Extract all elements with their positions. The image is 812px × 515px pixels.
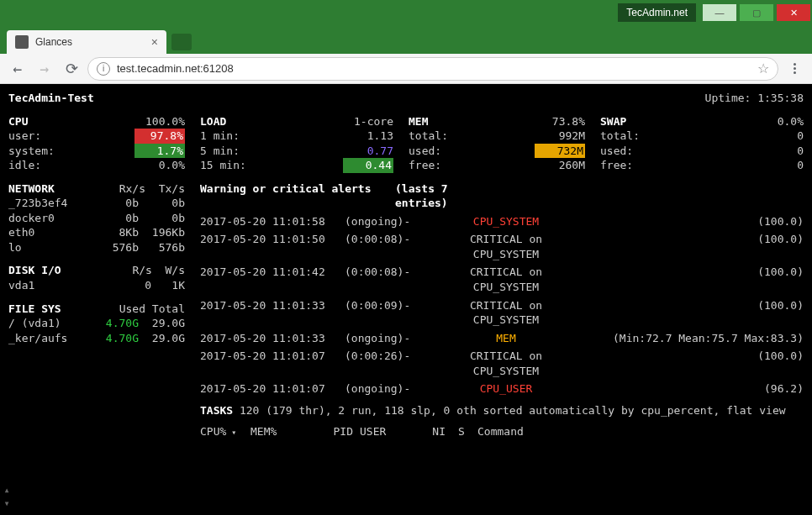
col-ni[interactable]: NI [419,424,452,439]
process-header: CPU% MEM% PID USER NI S Command [200,424,804,439]
browser-menu-button[interactable] [783,63,805,74]
mem-pct: 73.8% [552,114,585,129]
col-mem[interactable]: MEM% [250,424,301,439]
alerts-title: Warning or critical alerts [200,181,385,211]
col-cpu[interactable]: CPU% [200,424,250,439]
window-brand: TecAdmin.net [618,3,696,22]
stat-row: total:992M [409,129,585,144]
mem-panel: MEM73.8% total:992Mused:732Mfree:260M [409,114,585,173]
browser-tab[interactable]: Glances × [7,30,166,54]
stat-row: used:732M [409,144,585,159]
alert-row: 2017-05-20 11:01:50(0:00:08)-CRITICAL on… [200,232,804,261]
stat-row: free:260M [409,158,585,173]
col-pid[interactable]: PID [301,424,360,439]
tab-strip: Glances × [0,25,812,54]
diskio-header: DISK I/OR/s W/s [8,263,185,278]
load-core: 1-core [354,114,393,129]
alert-row: 2017-05-20 11:01:58(ongoing)-CPU_SYSTEM(… [200,214,804,229]
reload-button[interactable]: ⟳ [61,58,82,80]
table-row: / (vda1)4.70G29.0G [8,316,185,331]
col-command[interactable]: Command [477,424,530,439]
alerts-panel: Warning or critical alerts (lasts 7 entr… [200,181,804,439]
stat-row: 5 min:0.77 [200,144,393,159]
swap-panel: SWAP0.0% total:0used:0free:0 [600,114,804,173]
stat-row: system:1.7% [8,144,185,159]
table-row: docker00b0b [8,211,185,226]
titlebar: TecAdmin.net — ▢ ✕ [0,0,812,25]
stat-row: used:0 [600,144,804,159]
stat-row: 15 min:0.44 [200,158,393,173]
hostname: TecAdmin-Test [8,91,94,106]
table-row: lo576b576b [8,240,185,255]
favicon-icon [15,35,29,49]
url-text: test.tecadmin.net:61208 [117,62,234,75]
table-row: _723b3ef40b0b [8,196,185,211]
mem-title: MEM [409,114,428,129]
alert-row: 2017-05-20 11:01:33(0:00:09)-CRITICAL on… [200,298,804,328]
network-header: NETWORKRx/s Tx/s [8,181,185,197]
table-row: _ker/aufs4.70G29.0G [8,331,185,346]
tasks-line: TASKS 120 (179 thr), 2 run, 118 slp, 0 o… [200,403,804,418]
fs-header: FILE SYSUsed Total [8,302,185,317]
stat-row: total:0 [600,129,804,144]
maximize-button[interactable]: ▢ [740,4,773,21]
bookmark-star-icon[interactable]: ☆ [757,60,769,76]
tab-close-icon[interactable]: × [151,35,158,49]
stat-row: free:0 [600,158,804,173]
alert-row: 2017-05-20 11:01:07(0:00:26)-CRITICAL on… [200,349,804,378]
alerts-count: (lasts 7 entries) [395,181,475,211]
address-bar[interactable]: i test.tecadmin.net:61208 ☆ [87,57,778,81]
alert-row: 2017-05-20 11:01:33(ongoing)-MEM(Min:72.… [200,331,804,346]
load-panel: LOAD1-core 1 min:1.135 min:0.7715 min:0.… [200,114,393,173]
table-row: vda101K [8,278,185,293]
scroll-indicator[interactable]: ▴▾ [0,483,13,510]
stat-row: 1 min:1.13 [200,129,393,144]
stat-row: user:97.8% [8,129,185,144]
cpu-title: CPU [8,114,28,129]
minimize-button[interactable]: — [703,4,736,21]
col-s[interactable]: S [452,424,477,439]
back-button[interactable]: ← [7,58,29,80]
close-button[interactable]: ✕ [777,4,810,21]
load-title: LOAD [200,114,226,129]
site-info-icon[interactable]: i [97,62,110,76]
alert-row: 2017-05-20 11:01:42(0:00:08)-CRITICAL on… [200,265,804,294]
swap-pct: 0.0% [778,114,804,129]
swap-title: SWAP [600,114,626,129]
cpu-panel: CPU100.0% user:97.8%system:1.7%idle:0.0% [8,114,185,173]
tab-title: Glances [35,36,72,48]
browser-toolbar: ← → ⟳ i test.tecadmin.net:61208 ☆ [0,54,812,84]
stat-row: idle:0.0% [8,158,185,173]
terminal-content: ▴▾ TecAdmin-Test Uptime: 1:35:38 CPU100.… [0,84,812,515]
alert-row: 2017-05-20 11:01:07(ongoing)-CPU_USER(96… [200,381,804,397]
cpu-total: 100.0% [145,114,185,129]
table-row: eth08Kb196Kb [8,225,185,240]
uptime: Uptime: 1:35:38 [705,91,804,106]
forward-button[interactable]: → [34,58,55,80]
col-user[interactable]: USER [360,424,419,439]
new-tab-button[interactable] [171,34,192,50]
